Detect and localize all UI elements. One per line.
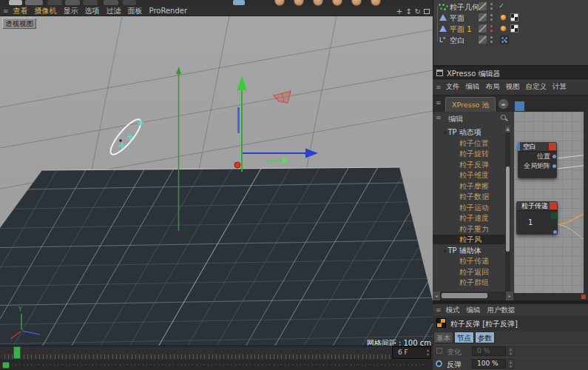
expand-icon[interactable]: ▾ xyxy=(444,249,447,255)
hamburger-menu-icon[interactable]: ≡ xyxy=(436,84,442,91)
xpresso-node-canvas[interactable]: 空白 位置 全局矩阵 粒子传递 1 xyxy=(514,112,588,300)
tab-xpresso-pool[interactable]: XPresso 池 xyxy=(445,97,496,112)
enable-toggle-icon[interactable] xyxy=(479,13,487,21)
pan-icon[interactable]: + xyxy=(396,7,402,16)
param-value-field[interactable]: 100 % xyxy=(472,359,506,369)
object-name[interactable]: 平面 xyxy=(450,13,464,24)
value-stepper[interactable]: ▴▾ xyxy=(507,359,514,369)
menu-prorender[interactable]: ProRender xyxy=(149,6,187,16)
menu-view[interactable]: 查看 xyxy=(13,6,28,16)
frame-stepper[interactable]: ▴▾ xyxy=(427,348,429,357)
param-value-field[interactable]: 0 % xyxy=(472,346,506,356)
current-frame-field[interactable]: 6 F ▴▾ xyxy=(392,346,431,359)
toolbar-mode-icon[interactable] xyxy=(294,0,304,6)
scrollbar-thumb[interactable] xyxy=(442,293,487,298)
toolbar-icon[interactable] xyxy=(233,0,245,5)
tab-node[interactable]: 节点 xyxy=(454,332,474,343)
toolbar-icon[interactable] xyxy=(83,0,98,5)
toggle-view-icon[interactable] xyxy=(424,9,430,14)
xp-menu-file[interactable]: 文件 xyxy=(446,82,460,92)
tree-item[interactable]: 粒子返回 xyxy=(433,267,505,277)
om-row-plane[interactable]: 平面 xyxy=(433,13,588,23)
xp-menu-custom[interactable]: 自定义 xyxy=(526,82,547,92)
pool-vertical-scrollbar[interactable]: ▲ xyxy=(505,126,510,292)
tab-parameter[interactable]: 参数 xyxy=(475,332,495,343)
tree-item[interactable]: 粒子反弹 xyxy=(433,160,505,169)
xp-menu-edit[interactable]: 编辑 xyxy=(466,82,480,92)
om-row-particle-geometry[interactable]: 粒子几何体 ✓ xyxy=(433,1,588,12)
enable-toggle-icon[interactable] xyxy=(479,2,487,10)
visibility-dots[interactable] xyxy=(490,14,493,21)
node-ppass[interactable]: 粒子传递 1 xyxy=(516,201,558,235)
enabled-check-icon[interactable]: ✓ xyxy=(499,1,504,10)
expand-icon[interactable]: ▾ xyxy=(444,130,447,136)
scroll-up-icon[interactable]: ▲ xyxy=(505,126,510,132)
node-title[interactable]: 粒子传递 xyxy=(516,201,558,211)
origin-point[interactable] xyxy=(234,162,240,168)
tree-item[interactable]: 粒子群组 xyxy=(433,278,505,287)
tree-item[interactable]: 粒子摩擦 xyxy=(433,181,505,191)
node-null[interactable]: 空白 位置 全局矩阵 xyxy=(518,142,557,178)
enable-toggle-icon[interactable] xyxy=(479,36,487,44)
canvas-horizontal-scrollbar[interactable] xyxy=(514,293,588,300)
menu-display[interactable]: 显示 xyxy=(64,6,78,16)
object-name[interactable]: 空白 xyxy=(450,36,464,46)
xp-menu-calculate[interactable]: 计算 xyxy=(552,82,567,92)
hamburger-menu-icon[interactable]: ≡ xyxy=(436,114,442,121)
phong-tag-icon[interactable] xyxy=(500,25,507,32)
port-circle-icon[interactable] xyxy=(436,360,442,367)
tree-item[interactable]: 粒子数据 xyxy=(433,192,505,201)
xpresso-titlebar[interactable]: XPresso 编辑器 xyxy=(433,67,588,79)
tree-item[interactable]: 粒子重力 xyxy=(433,224,505,234)
scroll-right-icon[interactable]: ▸ xyxy=(506,292,513,300)
tab-nav-arrows-icon[interactable]: ◂▸ xyxy=(498,98,509,110)
xp-menu-layout[interactable]: 布局 xyxy=(486,82,500,92)
toolbar-mode-icon[interactable] xyxy=(371,0,381,6)
tree-category[interactable]: ▾TP 辅助体 xyxy=(433,246,505,255)
texture-tag-icon[interactable] xyxy=(510,13,518,21)
node-port-global-matrix[interactable]: 全局矩阵 xyxy=(518,161,557,171)
toolbar-icon[interactable] xyxy=(104,0,118,5)
xp-menu-view[interactable]: 视图 xyxy=(506,82,520,92)
visibility-dots[interactable] xyxy=(490,3,493,10)
attr-menu-edit[interactable]: 编辑 xyxy=(467,306,481,315)
viewport-3d-scene[interactable]: Y xyxy=(0,16,433,346)
canvas-vertical-scrollbar[interactable] xyxy=(584,112,588,293)
node-corner-icon[interactable] xyxy=(550,202,557,209)
toolbar-icon[interactable] xyxy=(65,0,80,5)
menu-options[interactable]: 选项 xyxy=(85,6,100,16)
hamburger-menu-icon[interactable]: ≡ xyxy=(436,306,442,314)
menu-camera[interactable]: 摄像机 xyxy=(35,6,57,16)
tree-item-selected[interactable]: 粒子风 xyxy=(433,235,505,244)
menu-panel[interactable]: 面板 xyxy=(128,6,143,16)
rotate-icon[interactable]: ↻ xyxy=(415,7,421,16)
phong-tag-icon[interactable] xyxy=(500,14,507,21)
toolbar-mode-icon[interactable] xyxy=(313,0,323,6)
tree-item[interactable]: 粒子位置 xyxy=(433,138,505,148)
tree-category[interactable]: ▾TP 动态项 xyxy=(433,127,505,137)
xpresso-tag-icon[interactable] xyxy=(500,36,509,44)
object-name[interactable]: 平面 1 xyxy=(450,24,472,35)
pool-horizontal-scrollbar[interactable]: ◂ ▸ xyxy=(433,292,514,300)
search-icon[interactable] xyxy=(501,115,506,120)
toolbar-mode-icon[interactable] xyxy=(351,0,362,6)
texture-tag-icon[interactable] xyxy=(510,24,518,33)
toolbar-icon[interactable] xyxy=(25,0,43,5)
scrollbar-thumb[interactable] xyxy=(506,166,510,252)
visibility-dots[interactable] xyxy=(490,36,493,44)
hamburger-menu-icon[interactable]: ≡ xyxy=(3,7,9,15)
output-port-icon[interactable] xyxy=(553,230,557,234)
attr-menu-userdata[interactable]: 用户数据 xyxy=(487,306,516,315)
enable-toggle-icon[interactable] xyxy=(479,24,487,33)
view-label[interactable]: 透视视图 xyxy=(2,18,36,29)
node-corner-icon[interactable] xyxy=(549,143,556,150)
value-stepper[interactable]: ▴▾ xyxy=(507,346,514,356)
tree-item[interactable]: 粒子旋转 xyxy=(433,149,505,158)
output-port-icon[interactable] xyxy=(552,164,556,168)
zoom-icon[interactable]: ↕ xyxy=(405,7,411,16)
toolbar-icon[interactable] xyxy=(47,0,62,5)
hamburger-menu-icon[interactable]: ≡ xyxy=(436,99,442,107)
node-title[interactable]: 空白 xyxy=(518,142,557,152)
tree-item[interactable]: 粒子传递 xyxy=(433,256,505,266)
checkbox[interactable] xyxy=(436,348,442,354)
